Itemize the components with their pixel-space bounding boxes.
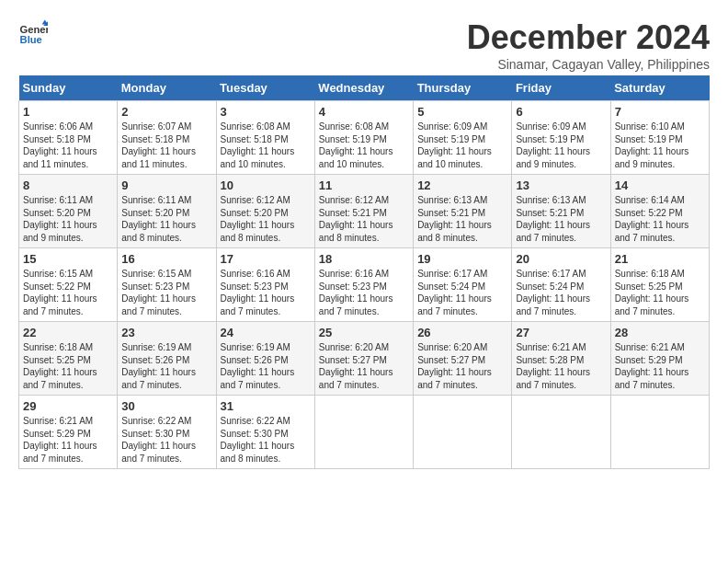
calendar-cell: 1Sunrise: 6:06 AMSunset: 5:18 PMDaylight… [19,101,118,175]
day-number: 19 [417,252,507,266]
calendar-cell: 23Sunrise: 6:19 AMSunset: 5:26 PMDayligh… [118,322,216,396]
calendar-cell: 19Sunrise: 6:17 AMSunset: 5:24 PMDayligh… [414,248,512,322]
day-number: 26 [417,326,507,339]
calendar-cell: 25Sunrise: 6:20 AMSunset: 5:27 PMDayligh… [314,322,413,396]
day-number: 28 [615,326,705,339]
day-number: 13 [516,178,606,192]
day-number: 7 [615,105,705,119]
svg-text:Blue: Blue [20,34,42,45]
day-info: Sunrise: 6:13 AMSunset: 5:21 PMDaylight:… [516,194,606,244]
day-number: 24 [221,326,311,339]
title-section: December 2024 Sinamar, Cagayan Valley, P… [467,18,710,72]
calendar-cell [314,396,413,469]
day-number: 15 [23,252,113,266]
calendar-week-row: 1Sunrise: 6:06 AMSunset: 5:18 PMDaylight… [19,101,710,175]
header-day-sunday: Sunday [19,75,118,101]
calendar-cell: 9Sunrise: 6:11 AMSunset: 5:20 PMDaylight… [118,175,216,248]
day-number: 29 [23,399,113,413]
day-info: Sunrise: 6:21 AMSunset: 5:28 PMDaylight:… [516,341,606,391]
day-number: 4 [319,105,409,119]
day-number: 8 [23,178,113,192]
calendar-cell: 28Sunrise: 6:21 AMSunset: 5:29 PMDayligh… [610,322,709,396]
day-number: 14 [615,178,705,192]
calendar-cell: 2Sunrise: 6:07 AMSunset: 5:18 PMDaylight… [118,101,216,175]
day-info: Sunrise: 6:06 AMSunset: 5:18 PMDaylight:… [23,121,113,170]
day-number: 10 [221,178,311,192]
day-info: Sunrise: 6:21 AMSunset: 5:29 PMDaylight:… [615,341,705,391]
day-info: Sunrise: 6:19 AMSunset: 5:26 PMDaylight:… [221,341,311,391]
calendar-cell [414,396,512,469]
day-info: Sunrise: 6:17 AMSunset: 5:24 PMDaylight:… [516,268,606,317]
day-number: 25 [319,326,409,339]
calendar-cell: 3Sunrise: 6:08 AMSunset: 5:18 PMDaylight… [216,101,314,175]
calendar-cell: 17Sunrise: 6:16 AMSunset: 5:23 PMDayligh… [216,248,314,322]
day-number: 9 [121,178,211,192]
day-info: Sunrise: 6:15 AMSunset: 5:23 PMDaylight:… [121,268,211,317]
calendar-cell: 4Sunrise: 6:08 AMSunset: 5:19 PMDaylight… [314,101,413,175]
location-text: Sinamar, Cagayan Valley, Philippines [467,57,710,72]
calendar-week-row: 22Sunrise: 6:18 AMSunset: 5:25 PMDayligh… [19,322,710,396]
day-number: 1 [23,105,113,119]
calendar-cell: 30Sunrise: 6:22 AMSunset: 5:30 PMDayligh… [118,396,216,469]
day-number: 21 [615,252,705,266]
calendar-cell: 5Sunrise: 6:09 AMSunset: 5:19 PMDaylight… [414,101,512,175]
calendar-cell: 13Sunrise: 6:13 AMSunset: 5:21 PMDayligh… [512,175,610,248]
calendar-cell: 16Sunrise: 6:15 AMSunset: 5:23 PMDayligh… [118,248,216,322]
month-title: December 2024 [467,18,710,57]
header-day-thursday: Thursday [414,75,512,101]
calendar-cell: 29Sunrise: 6:21 AMSunset: 5:29 PMDayligh… [19,396,118,469]
day-number: 17 [221,252,311,266]
calendar-cell: 22Sunrise: 6:18 AMSunset: 5:25 PMDayligh… [19,322,118,396]
day-info: Sunrise: 6:12 AMSunset: 5:20 PMDaylight:… [221,194,311,244]
calendar-cell: 14Sunrise: 6:14 AMSunset: 5:22 PMDayligh… [610,175,709,248]
calendar-week-row: 29Sunrise: 6:21 AMSunset: 5:29 PMDayligh… [19,396,710,469]
day-number: 22 [23,326,113,339]
day-info: Sunrise: 6:09 AMSunset: 5:19 PMDaylight:… [516,121,606,170]
day-info: Sunrise: 6:12 AMSunset: 5:21 PMDaylight:… [319,194,409,244]
day-number: 23 [121,326,211,339]
calendar-cell: 6Sunrise: 6:09 AMSunset: 5:19 PMDaylight… [512,101,610,175]
page-header: General Blue December 2024 Sinamar, Caga… [18,18,710,72]
calendar-cell: 12Sunrise: 6:13 AMSunset: 5:21 PMDayligh… [414,175,512,248]
calendar-cell: 7Sunrise: 6:10 AMSunset: 5:19 PMDaylight… [610,101,709,175]
day-number: 18 [319,252,409,266]
header-day-wednesday: Wednesday [314,75,413,101]
calendar-cell: 21Sunrise: 6:18 AMSunset: 5:25 PMDayligh… [610,248,709,322]
calendar-cell: 8Sunrise: 6:11 AMSunset: 5:20 PMDaylight… [19,175,118,248]
calendar-week-row: 15Sunrise: 6:15 AMSunset: 5:22 PMDayligh… [19,248,710,322]
calendar-cell: 31Sunrise: 6:22 AMSunset: 5:30 PMDayligh… [216,396,314,469]
day-info: Sunrise: 6:10 AMSunset: 5:19 PMDaylight:… [615,121,705,170]
day-number: 3 [221,105,311,119]
logo-icon: General Blue [18,18,48,48]
day-number: 12 [417,178,507,192]
day-info: Sunrise: 6:16 AMSunset: 5:23 PMDaylight:… [319,268,409,317]
header-day-monday: Monday [118,75,216,101]
logo: General Blue [18,18,48,48]
day-number: 20 [516,252,606,266]
calendar-cell [512,396,610,469]
day-number: 11 [319,178,409,192]
day-number: 31 [221,399,311,413]
calendar-cell: 26Sunrise: 6:20 AMSunset: 5:27 PMDayligh… [414,322,512,396]
calendar-cell: 15Sunrise: 6:15 AMSunset: 5:22 PMDayligh… [19,248,118,322]
day-info: Sunrise: 6:13 AMSunset: 5:21 PMDaylight:… [417,194,507,244]
calendar-cell [610,396,709,469]
calendar-table: SundayMondayTuesdayWednesdayThursdayFrid… [18,75,710,469]
day-info: Sunrise: 6:21 AMSunset: 5:29 PMDaylight:… [23,415,113,465]
calendar-week-row: 8Sunrise: 6:11 AMSunset: 5:20 PMDaylight… [19,175,710,248]
day-info: Sunrise: 6:22 AMSunset: 5:30 PMDaylight:… [121,415,211,465]
day-info: Sunrise: 6:18 AMSunset: 5:25 PMDaylight:… [23,341,113,391]
calendar-cell: 11Sunrise: 6:12 AMSunset: 5:21 PMDayligh… [314,175,413,248]
day-info: Sunrise: 6:20 AMSunset: 5:27 PMDaylight:… [417,341,507,391]
day-number: 16 [121,252,211,266]
day-info: Sunrise: 6:08 AMSunset: 5:18 PMDaylight:… [221,121,311,170]
calendar-header-row: SundayMondayTuesdayWednesdayThursdayFrid… [19,75,710,101]
day-info: Sunrise: 6:20 AMSunset: 5:27 PMDaylight:… [319,341,409,391]
day-number: 30 [121,399,211,413]
day-info: Sunrise: 6:09 AMSunset: 5:19 PMDaylight:… [417,121,507,170]
calendar-cell: 10Sunrise: 6:12 AMSunset: 5:20 PMDayligh… [216,175,314,248]
day-info: Sunrise: 6:11 AMSunset: 5:20 PMDaylight:… [23,194,113,244]
day-info: Sunrise: 6:07 AMSunset: 5:18 PMDaylight:… [121,121,211,170]
day-info: Sunrise: 6:08 AMSunset: 5:19 PMDaylight:… [319,121,409,170]
day-info: Sunrise: 6:19 AMSunset: 5:26 PMDaylight:… [121,341,211,391]
